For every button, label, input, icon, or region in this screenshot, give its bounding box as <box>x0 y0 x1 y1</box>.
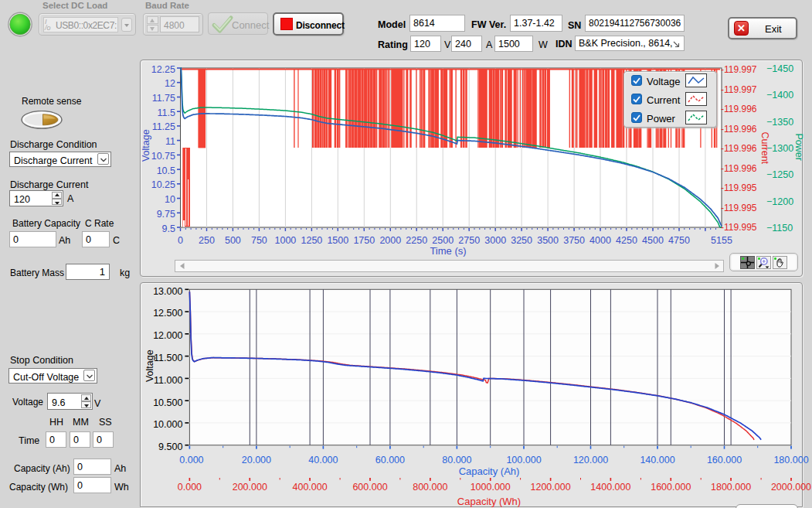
svg-text:400.000: 400.000 <box>293 482 328 493</box>
svg-text:10.500: 10.500 <box>153 397 182 408</box>
svg-text:2000: 2000 <box>379 235 401 246</box>
svg-text:−1350: −1350 <box>766 117 793 128</box>
svg-text:4250: 4250 <box>616 235 637 246</box>
svg-text:5155: 5155 <box>711 235 732 246</box>
svg-text:750: 750 <box>251 235 267 246</box>
svg-text:1000.000: 1000.000 <box>471 482 511 493</box>
svg-text:2000.000: 2000.000 <box>771 482 811 493</box>
svg-text:11.75: 11.75 <box>152 93 175 104</box>
svg-text:12: 12 <box>165 78 175 89</box>
svg-text:-119.997: -119.997 <box>721 64 757 75</box>
svg-text:-119.996: -119.996 <box>721 104 757 114</box>
svg-text:4750: 4750 <box>668 235 690 246</box>
svg-text:11.000: 11.000 <box>154 375 182 386</box>
svg-text:−1400: −1400 <box>766 90 793 101</box>
svg-text:−1200: −1200 <box>766 196 793 207</box>
svg-text:140.000: 140.000 <box>640 455 674 465</box>
svg-text:-119.995: -119.995 <box>721 182 757 193</box>
svg-text:Capacity (Wh): Capacity (Wh) <box>457 496 521 507</box>
svg-text:9.75: 9.75 <box>157 209 175 220</box>
svg-text:10.5: 10.5 <box>157 165 175 176</box>
svg-text:10.25: 10.25 <box>151 179 175 190</box>
svg-text:600.000: 600.000 <box>352 482 387 493</box>
svg-text:1600.000: 1600.000 <box>651 482 691 493</box>
svg-text:9.5: 9.5 <box>162 223 175 234</box>
svg-text:1200.000: 1200.000 <box>531 482 571 493</box>
svg-text:2500: 2500 <box>432 235 454 246</box>
svg-text:0.000: 0.000 <box>179 455 203 465</box>
svg-text:10: 10 <box>165 194 175 205</box>
svg-text:4000: 4000 <box>589 235 611 246</box>
svg-text:3250: 3250 <box>511 235 532 246</box>
svg-text:2250: 2250 <box>406 235 427 246</box>
svg-text:11: 11 <box>165 136 175 147</box>
svg-text:200.000: 200.000 <box>233 482 267 493</box>
svg-text:0: 0 <box>178 235 183 246</box>
svg-text:Time (s): Time (s) <box>430 245 466 257</box>
svg-text:−1300: −1300 <box>766 143 793 154</box>
svg-text:-119.996: -119.996 <box>721 163 757 174</box>
svg-text:1750: 1750 <box>353 235 375 246</box>
svg-text:12.25: 12.25 <box>151 64 175 75</box>
svg-text:40.000: 40.000 <box>308 455 338 465</box>
svg-text:1250: 1250 <box>301 235 322 246</box>
svg-text:20.000: 20.000 <box>242 455 271 465</box>
svg-text:180.000: 180.000 <box>773 455 808 465</box>
svg-text:−1250: −1250 <box>766 169 793 180</box>
svg-text:11.5: 11.5 <box>158 107 175 118</box>
svg-text:1800.000: 1800.000 <box>711 482 751 493</box>
svg-text:-119.995: -119.995 <box>721 222 757 233</box>
svg-text:800.000: 800.000 <box>413 482 447 493</box>
svg-text:10.75: 10.75 <box>151 151 175 162</box>
svg-text:-119.996: -119.996 <box>721 143 757 154</box>
svg-text:9.500: 9.500 <box>158 442 182 452</box>
svg-text:3000: 3000 <box>484 235 506 246</box>
svg-text:4500: 4500 <box>642 235 664 246</box>
svg-text:250: 250 <box>199 235 215 246</box>
svg-text:3500: 3500 <box>537 235 559 246</box>
svg-text:3750: 3750 <box>563 235 585 246</box>
svg-text:−1450: −1450 <box>766 63 793 74</box>
svg-text:11.25: 11.25 <box>152 121 175 132</box>
svg-text:160.000: 160.000 <box>707 455 742 465</box>
svg-text:120.000: 120.000 <box>573 455 608 465</box>
svg-text:-119.996: -119.996 <box>721 124 757 135</box>
svg-text:1500: 1500 <box>327 235 348 246</box>
svg-text:10.000: 10.000 <box>153 419 182 430</box>
svg-text:−1150: −1150 <box>766 223 793 234</box>
svg-text:60.000: 60.000 <box>375 455 405 465</box>
svg-text:-119.995: -119.995 <box>721 203 757 213</box>
svg-text:12.500: 12.500 <box>153 308 182 319</box>
svg-text:2750: 2750 <box>458 235 480 246</box>
svg-text:1400.000: 1400.000 <box>590 482 630 493</box>
svg-text:12.000: 12.000 <box>153 330 182 341</box>
svg-text:-119.997: -119.997 <box>721 84 757 95</box>
svg-text:0.000: 0.000 <box>178 482 202 493</box>
svg-text:80.000: 80.000 <box>442 455 471 465</box>
svg-text:13.000: 13.000 <box>153 286 182 297</box>
svg-text:1000: 1000 <box>274 235 296 246</box>
svg-text:Capacity (Ah): Capacity (Ah) <box>459 465 520 477</box>
svg-text:11.500: 11.500 <box>154 353 182 363</box>
svg-text:500: 500 <box>225 235 241 246</box>
svg-text:100.000: 100.000 <box>506 455 541 465</box>
